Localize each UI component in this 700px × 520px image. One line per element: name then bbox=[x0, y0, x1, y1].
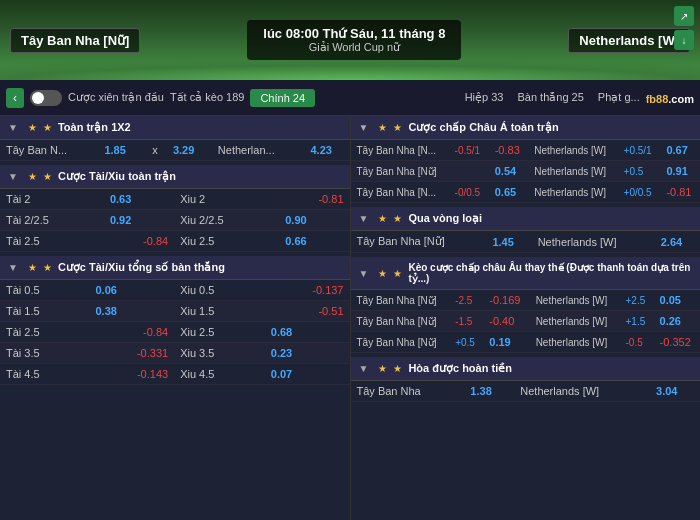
section-chau-a-header: ▼ ★ ★ Cược chấp Châu Á toàn trận bbox=[351, 116, 701, 140]
table-row: Tây Ban Nha 1.38 Netherlands [W] 3.04 bbox=[351, 381, 701, 402]
tab-hiep[interactable]: Hiệp 33 bbox=[465, 91, 504, 104]
section-title: Qua vòng loại bbox=[408, 212, 482, 225]
section-title: Hòa được hoàn tiền bbox=[408, 362, 512, 375]
star-icon2: ★ bbox=[393, 122, 402, 133]
section-title: Cược Tài/Xiu tổng số bàn thắng bbox=[58, 261, 225, 274]
cuoc-xien-toggle[interactable] bbox=[30, 90, 62, 106]
taixiu-tong-table: Tài 0.5 0.06 Xiu 0.5 -0.137 Tài 1.5 0.38… bbox=[0, 280, 350, 385]
right-panel: ▼ ★ ★ Cược chấp Châu Á toàn trận Tây Ban… bbox=[351, 116, 701, 520]
toolbar: ‹ Cược xiên trận đầu Tất cả kèo 189 Chín… bbox=[0, 80, 700, 116]
collapse-arrow[interactable]: ▼ bbox=[359, 213, 369, 224]
team-name-2: Netherlan... bbox=[212, 140, 305, 161]
table-row: Tài 1.5 0.38 Xiu 1.5 -0.51 bbox=[0, 301, 350, 322]
star-icon2: ★ bbox=[393, 363, 402, 374]
share-icon[interactable]: ↗ bbox=[674, 6, 694, 26]
tat-ca-keo-label: Tất cả kèo 189 bbox=[170, 91, 245, 104]
team-left: Tây Ban Nha [Nữ] bbox=[10, 28, 140, 53]
table-row: Tài 0.5 0.06 Xiu 0.5 -0.137 bbox=[0, 280, 350, 301]
odds-1[interactable]: 1.85 bbox=[98, 140, 143, 161]
tab-ban-thang[interactable]: Bàn thắng 25 bbox=[517, 91, 583, 104]
star-icon: ★ bbox=[378, 213, 387, 224]
table-row: Tây Ban Nha [N... -0.5/1 -0.83 Netherlan… bbox=[351, 140, 701, 161]
section-qua-vong-loai-header: ▼ ★ ★ Qua vòng loại bbox=[351, 207, 701, 231]
header-icons: ↗ ↓ bbox=[674, 6, 694, 50]
table-row: Tây Ban Nha [Nữ] 0.54 Netherlands [W] +0… bbox=[351, 161, 701, 182]
toan-tran-1x2-table: Tây Ban N... 1.85 x 3.29 Netherlan... 4.… bbox=[0, 140, 350, 161]
hoa-table: Tây Ban Nha 1.38 Netherlands [W] 3.04 bbox=[351, 381, 701, 402]
section-taixiu-header: ▼ ★ ★ Cược Tài/Xiu toàn trận bbox=[0, 165, 350, 189]
header: Tây Ban Nha [Nữ] lúc 08:00 Thứ Sáu, 11 t… bbox=[0, 0, 700, 80]
table-row: Tây Ban Nha [Nữ] +0.5 0.19 Netherlands [… bbox=[351, 332, 701, 353]
section-taixiu-tong-header: ▼ ★ ★ Cược Tài/Xiu tổng số bàn thắng bbox=[0, 256, 350, 280]
x-label: x bbox=[143, 140, 167, 161]
section-toan-tran-1x2-header: ▼ ★ ★ Toàn trận 1X2 bbox=[0, 116, 350, 140]
table-row: Tây Ban N... 1.85 x 3.29 Netherlan... 4.… bbox=[0, 140, 350, 161]
table-row: Tây Ban Nha [N... -0/0.5 0.65 Netherland… bbox=[351, 182, 701, 203]
cuoc-xien-label: Cược xiên trận đầu bbox=[68, 91, 164, 104]
star-icon: ★ bbox=[28, 122, 37, 133]
table-row: Tài 2 0.63 Xiu 2 -0.81 bbox=[0, 189, 350, 210]
download-icon[interactable]: ↓ bbox=[674, 30, 694, 50]
taixiu-table: Tài 2 0.63 Xiu 2 -0.81 Tài 2/2.5 0.92 Xi… bbox=[0, 189, 350, 252]
star-icon2: ★ bbox=[43, 122, 52, 133]
team-name: Tây Ban N... bbox=[0, 140, 98, 161]
collapse-arrow[interactable]: ▼ bbox=[359, 268, 369, 279]
star-icon: ★ bbox=[378, 122, 387, 133]
main-content: ▼ ★ ★ Toàn trận 1X2 Tây Ban N... 1.85 x … bbox=[0, 116, 700, 520]
star-icon2: ★ bbox=[43, 171, 52, 182]
section-title: Kèo cược chấp châu Âu thay thế (Được tha… bbox=[408, 262, 692, 284]
star-icon2: ★ bbox=[393, 268, 402, 279]
section-hoa-header: ▼ ★ ★ Hòa được hoàn tiền bbox=[351, 357, 701, 381]
back-button[interactable]: ‹ bbox=[6, 88, 24, 108]
star-icon: ★ bbox=[28, 171, 37, 182]
match-time: lúc 08:00 Thứ Sáu, 11 tháng 8 bbox=[263, 26, 445, 41]
odds-2[interactable]: 4.23 bbox=[304, 140, 349, 161]
table-row: Tài 2.5 -0.84 Xiu 2.5 0.68 bbox=[0, 322, 350, 343]
table-row: Tây Ban Nha [Nữ] 1.45 Netherlands [W] 2.… bbox=[351, 231, 701, 253]
collapse-arrow[interactable]: ▼ bbox=[359, 122, 369, 133]
star-icon2: ★ bbox=[393, 213, 402, 224]
star-icon: ★ bbox=[378, 363, 387, 374]
competition-name: Giải World Cup nữ bbox=[263, 41, 445, 54]
toolbar-left: ‹ Cược xiên trận đầu Tất cả kèo 189 Chín… bbox=[6, 88, 459, 108]
section-title: Cược chấp Châu Á toàn trận bbox=[408, 121, 558, 134]
table-row: Tài 3.5 -0.331 Xiu 3.5 0.23 bbox=[0, 343, 350, 364]
chau-au-table: Tây Ban Nha [Nữ] -2.5 -0.169 Netherlands… bbox=[351, 290, 701, 353]
collapse-arrow[interactable]: ▼ bbox=[8, 262, 18, 273]
header-center: lúc 08:00 Thứ Sáu, 11 tháng 8 Giải World… bbox=[247, 20, 461, 60]
chinh-button[interactable]: Chính 24 bbox=[250, 89, 315, 107]
chau-a-table: Tây Ban Nha [N... -0.5/1 -0.83 Netherlan… bbox=[351, 140, 701, 203]
toolbar-tabs: Hiệp 33 Bàn thắng 25 Phạt g... bbox=[465, 91, 640, 104]
table-row: Tây Ban Nha [Nữ] -1.5 -0.40 Netherlands … bbox=[351, 311, 701, 332]
collapse-arrow[interactable]: ▼ bbox=[8, 122, 18, 133]
fb88-logo: fb88.com bbox=[646, 87, 694, 108]
section-chau-au-header: ▼ ★ ★ Kèo cược chấp châu Âu thay thế (Đư… bbox=[351, 257, 701, 290]
table-row: Tài 2.5 -0.84 Xiu 2.5 0.66 bbox=[0, 231, 350, 252]
section-title: Toàn trận 1X2 bbox=[58, 121, 131, 134]
section-title: Cược Tài/Xiu toàn trận bbox=[58, 170, 176, 183]
collapse-arrow[interactable]: ▼ bbox=[8, 171, 18, 182]
tab-phat-goc[interactable]: Phạt g... bbox=[598, 91, 640, 104]
odds-x[interactable]: 3.29 bbox=[167, 140, 212, 161]
table-row: Tài 4.5 -0.143 Xiu 4.5 0.07 bbox=[0, 364, 350, 385]
collapse-arrow[interactable]: ▼ bbox=[359, 363, 369, 374]
left-panel: ▼ ★ ★ Toàn trận 1X2 Tây Ban N... 1.85 x … bbox=[0, 116, 351, 520]
star-icon: ★ bbox=[378, 268, 387, 279]
qua-vong-loai-table: Tây Ban Nha [Nữ] 1.45 Netherlands [W] 2.… bbox=[351, 231, 701, 253]
star-icon: ★ bbox=[28, 262, 37, 273]
table-row: Tây Ban Nha [Nữ] -2.5 -0.169 Netherlands… bbox=[351, 290, 701, 311]
table-row: Tài 2/2.5 0.92 Xiu 2/2.5 0.90 bbox=[0, 210, 350, 231]
team-right: Netherlands [W] bbox=[568, 28, 690, 53]
star-icon2: ★ bbox=[43, 262, 52, 273]
